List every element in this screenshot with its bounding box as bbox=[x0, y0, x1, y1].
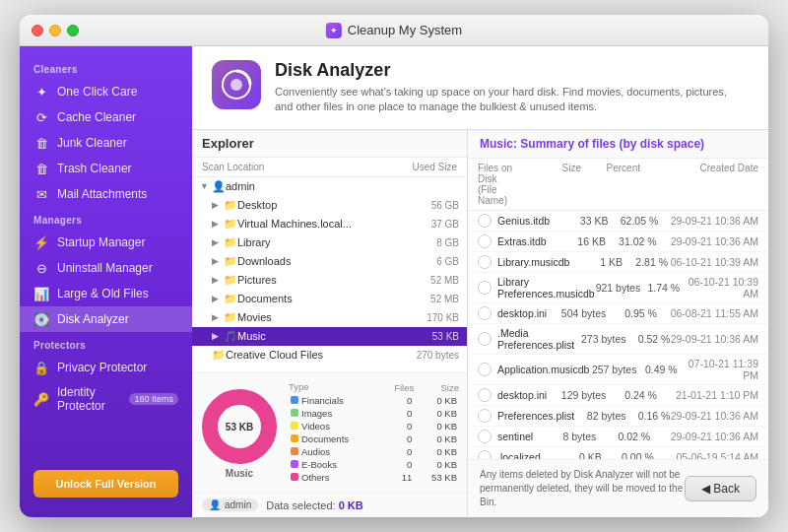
sidebar-item-mail-attachments[interactable]: ✉ Mail Attachments bbox=[20, 181, 192, 207]
tree-item-size: 170 KB bbox=[390, 312, 459, 323]
titlebar: ✦ Cleanup My System bbox=[20, 15, 768, 46]
file-row[interactable]: .localized 0 KB 0.00 % 05-06-19 5:14 AM bbox=[468, 447, 768, 459]
sidebar-item-identity-protector[interactable]: 🔑 Identity Protector 160 Items bbox=[20, 380, 192, 418]
back-button[interactable]: ◀ Back bbox=[685, 476, 756, 501]
file-percent: 31.02 % bbox=[606, 235, 657, 247]
tree-item[interactable]: ▶ 📁 Virtual Machines.local... 37 GB bbox=[192, 215, 467, 233]
file-checkbox[interactable] bbox=[478, 450, 492, 459]
file-size: 16 KB bbox=[547, 235, 606, 247]
file-checkbox[interactable] bbox=[478, 332, 492, 346]
sidebar-item-trash-cleaner[interactable]: 🗑 Trash Cleaner bbox=[20, 156, 192, 181]
file-row[interactable]: Genius.itdb 33 KB 62.05 % 29-09-21 10:36… bbox=[468, 211, 768, 232]
titlebar-title: ✦ Cleanup My System bbox=[326, 23, 462, 38]
one-click-care-icon: ✦ bbox=[33, 84, 49, 100]
close-button[interactable] bbox=[32, 25, 43, 36]
disk-analyzer-app-icon bbox=[212, 60, 261, 109]
file-row[interactable]: desktop.ini 129 bytes 0.24 % 21-01-21 1:… bbox=[468, 385, 768, 406]
tree-item[interactable]: ▶ 📁 Desktop 56 GB bbox=[192, 196, 467, 215]
tree-item[interactable]: ▶ 📁 Movies 170 KB bbox=[192, 308, 467, 327]
unlock-full-version-button[interactable]: Unlock Full Version bbox=[33, 470, 178, 498]
cache-cleaner-icon: ⟳ bbox=[33, 109, 49, 125]
tree-arrow: ▶ bbox=[212, 219, 224, 229]
tree-item-size: 52 MB bbox=[390, 294, 459, 304]
explorer-bottom: 👤 admin Data selected: 0 KB bbox=[192, 492, 467, 517]
explorer-panel-header: Explorer bbox=[192, 130, 467, 158]
tree-arrow: ▶ bbox=[212, 312, 224, 322]
file-row[interactable]: Application.musicdb 257 bytes 0.49 % 07-… bbox=[468, 355, 768, 385]
file-row[interactable]: .Media Preferences.plist 273 bytes 0.52 … bbox=[468, 324, 768, 355]
file-percent: 0.24 % bbox=[606, 389, 657, 401]
tree-arrow: ▼ bbox=[200, 181, 212, 191]
sidebar-item-junk-cleaner[interactable]: 🗑 Junk Cleaner bbox=[20, 130, 192, 156]
sidebar-item-disk-analyzer[interactable]: 💽 Disk Analyzer bbox=[20, 306, 192, 332]
file-percent: 0.95 % bbox=[606, 307, 657, 319]
tree-item[interactable]: ▶ 📁 Pictures 52 MB bbox=[192, 271, 467, 290]
data-selected-value: 0 KB bbox=[339, 499, 363, 511]
sidebar-item-large-old-files[interactable]: 📊 Large & Old Files bbox=[20, 281, 192, 306]
file-row[interactable]: Library Preferences.musicdb 921 bytes 1.… bbox=[468, 273, 768, 303]
file-checkbox[interactable] bbox=[478, 409, 492, 423]
legend-color-dot bbox=[291, 396, 298, 404]
folder-icon: 📁 bbox=[224, 218, 237, 231]
file-checkbox[interactable] bbox=[478, 255, 492, 269]
file-date: 06-08-21 11:55 AM bbox=[657, 307, 758, 319]
file-percent: 0.00 % bbox=[602, 451, 654, 459]
file-row[interactable]: Library.musicdb 1 KB 2.81 % 06-10-21 10:… bbox=[468, 252, 768, 273]
svg-point-1 bbox=[230, 79, 242, 91]
tree-item[interactable]: ▶ 🎵 Music 53 KB bbox=[192, 327, 467, 346]
file-size: 0 KB bbox=[541, 451, 602, 459]
tree-item-name: Creative Cloud Files bbox=[226, 349, 390, 361]
file-size: 921 bytes bbox=[595, 282, 641, 294]
file-checkbox[interactable] bbox=[478, 388, 492, 402]
tree-item[interactable]: 📁 Creative Cloud Files 270 bytes bbox=[192, 346, 467, 365]
file-checkbox[interactable] bbox=[478, 214, 492, 228]
managers-section-label: Managers bbox=[20, 207, 192, 230]
maximize-button[interactable] bbox=[67, 25, 79, 36]
files-panel: Music: Summary of files (by disk space) … bbox=[468, 130, 768, 517]
mail-icon: ✉ bbox=[33, 186, 49, 202]
sidebar-item-uninstall-manager[interactable]: ⊖ Uninstall Manager bbox=[20, 255, 192, 281]
minimize-button[interactable] bbox=[49, 25, 61, 36]
file-row[interactable]: sentinel 8 bytes 0.02 % 29-09-21 10:36 A… bbox=[468, 427, 768, 447]
file-name: Extras.itdb bbox=[497, 235, 547, 247]
sidebar-item-cache-cleaner[interactable]: ⟳ Cache Cleaner bbox=[20, 104, 192, 130]
sidebar-item-privacy-protector[interactable]: 🔒 Privacy Protector bbox=[20, 355, 192, 380]
app-description: Conveniently see what's taking up space … bbox=[275, 85, 748, 115]
file-name: Library Preferences.musicdb bbox=[497, 276, 595, 299]
tree-item[interactable]: ▼ 👤 admin bbox=[192, 177, 467, 196]
legend-color-dot bbox=[291, 447, 298, 455]
file-size: 504 bytes bbox=[547, 307, 606, 319]
content-area: Disk Analyzer Conveniently see what's ta… bbox=[192, 46, 768, 517]
tree-item[interactable]: ▶ 📁 Library 8 GB bbox=[192, 233, 467, 252]
folder-icon: 📁 bbox=[212, 349, 226, 362]
file-checkbox[interactable] bbox=[478, 234, 492, 248]
file-date: 29-09-21 10:36 AM bbox=[670, 333, 758, 345]
file-checkbox[interactable] bbox=[478, 363, 492, 376]
junk-cleaner-icon: 🗑 bbox=[33, 135, 49, 151]
file-name: .localized bbox=[497, 451, 541, 459]
tree-item[interactable]: ▶ 📁 Downloads 6 GB bbox=[192, 252, 467, 271]
legend-color-dot bbox=[291, 409, 298, 417]
app-header-text: Disk Analyzer Conveniently see what's ta… bbox=[275, 60, 748, 115]
identity-icon: 🔑 bbox=[33, 391, 49, 407]
app-icon: ✦ bbox=[326, 23, 342, 38]
sidebar-item-one-click-care[interactable]: ✦ One Click Care bbox=[20, 79, 192, 104]
tree-item-name: Music bbox=[237, 330, 390, 342]
file-row[interactable]: Extras.itdb 16 KB 31.02 % 29-09-21 10:36… bbox=[468, 232, 768, 252]
tree-item[interactable]: ▶ 📁 Documents 52 MB bbox=[192, 290, 467, 308]
file-checkbox[interactable] bbox=[478, 281, 492, 295]
sidebar-item-startup-manager[interactable]: ⚡ Startup Manager bbox=[20, 230, 192, 255]
app-header: Disk Analyzer Conveniently see what's ta… bbox=[192, 46, 768, 130]
tree-arrow: ▶ bbox=[212, 237, 224, 247]
file-name: .Media Preferences.plist bbox=[497, 327, 574, 351]
file-percent: 0.02 % bbox=[596, 431, 650, 442]
file-row[interactable]: Preferences.plist 82 bytes 0.16 % 29-09-… bbox=[468, 406, 768, 427]
file-row[interactable]: desktop.ini 504 bytes 0.95 % 06-08-21 11… bbox=[468, 303, 768, 324]
file-checkbox[interactable] bbox=[478, 306, 492, 320]
file-checkbox[interactable] bbox=[478, 430, 492, 443]
protectors-section-label: Protectors bbox=[20, 332, 192, 355]
legend-color-dot bbox=[291, 473, 298, 481]
file-percent: 2.81 % bbox=[623, 256, 668, 268]
file-date: 21-01-21 1:10 PM bbox=[657, 389, 758, 401]
tree-item-name: Library bbox=[237, 236, 390, 248]
